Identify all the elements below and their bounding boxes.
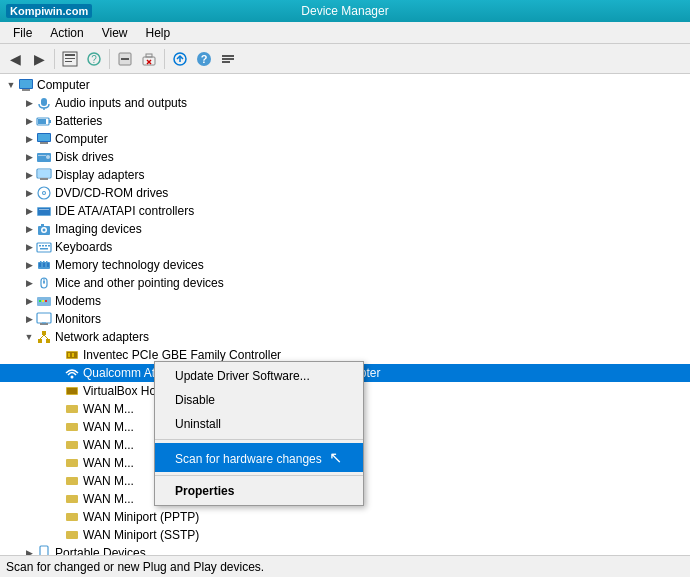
ctx-scan-hardware[interactable]: Scan for hardware changes ↖ <box>155 443 363 472</box>
expand-icon: ▶ <box>22 150 36 164</box>
window-title: Device Manager <box>301 4 388 18</box>
expand-icon <box>50 420 64 434</box>
expand-icon: ▶ <box>22 204 36 218</box>
item-label: WAN Miniport (SSTP) <box>83 528 199 542</box>
expand-icon: ▶ <box>22 168 36 182</box>
item-label: WAN Miniport (PPTP) <box>83 510 199 524</box>
list-item[interactable]: ▼ Network adapters <box>0 328 690 346</box>
list-item[interactable]: ▶ Computer <box>0 130 690 148</box>
list-item[interactable]: ▶ Disk drives <box>0 148 690 166</box>
properties-button[interactable] <box>59 48 81 70</box>
expand-icon: ▶ <box>22 258 36 272</box>
disable-button[interactable] <box>114 48 136 70</box>
item-label: WAN M... <box>83 438 134 452</box>
list-item[interactable]: ▶ Monitors <box>0 310 690 328</box>
svg-rect-29 <box>38 134 50 141</box>
svg-rect-41 <box>39 209 49 210</box>
nic-icon <box>64 347 80 363</box>
expand-icon <box>50 528 64 542</box>
list-item[interactable]: ▶ Keyboards <box>0 238 690 256</box>
expand-icon <box>50 510 64 524</box>
list-item[interactable]: ▶ Audio inputs and outputs <box>0 94 690 112</box>
svg-point-61 <box>43 281 45 283</box>
svg-point-44 <box>43 229 46 232</box>
svg-rect-34 <box>40 178 48 180</box>
list-item[interactable]: ▶ Batteries <box>0 112 690 130</box>
ctx-update-driver[interactable]: Update Driver Software... <box>155 364 363 388</box>
svg-point-63 <box>39 300 41 302</box>
ctx-properties[interactable]: Properties <box>155 479 363 503</box>
back-button[interactable]: ◀ <box>4 48 26 70</box>
item-label: IDE ATA/ATAPI controllers <box>55 204 194 218</box>
keyboard-icon <box>36 239 52 255</box>
expand-icon: ▶ <box>22 186 36 200</box>
svg-rect-81 <box>66 405 78 413</box>
svg-rect-26 <box>38 119 46 124</box>
svg-point-31 <box>46 155 50 159</box>
menu-action[interactable]: Action <box>41 23 92 43</box>
help-button[interactable]: ? <box>193 48 215 70</box>
list-item[interactable]: ▶ Portable Devices <box>0 544 690 555</box>
item-label: WAN M... <box>83 402 134 416</box>
svg-rect-71 <box>42 331 46 335</box>
tree-root[interactable]: ▼ Computer <box>0 76 690 94</box>
expand-icon: ▼ <box>22 330 36 344</box>
wan-icon <box>64 509 80 525</box>
list-item[interactable]: ▶ Memory technology devices <box>0 256 690 274</box>
menu-bar: File Action View Help <box>0 22 690 44</box>
update-driver-button[interactable]: ? <box>83 48 105 70</box>
svg-rect-17 <box>222 58 234 60</box>
svg-rect-18 <box>222 61 230 63</box>
extra-button[interactable] <box>217 48 239 70</box>
imaging-icon <box>36 221 52 237</box>
nic-icon <box>64 383 80 399</box>
list-item[interactable]: WAN Miniport (SSTP) <box>0 526 690 544</box>
svg-rect-66 <box>37 313 51 323</box>
list-item[interactable]: WAN Miniport (PPTP) <box>0 508 690 526</box>
expand-icon: ▶ <box>22 294 36 308</box>
list-item[interactable]: ▶ Modems <box>0 292 690 310</box>
list-item[interactable]: ▶ DVD/CD-ROM drives <box>0 184 690 202</box>
ctx-disable[interactable]: Disable <box>155 388 363 412</box>
item-label: WAN M... <box>83 456 134 470</box>
svg-rect-55 <box>46 261 48 263</box>
context-menu: Update Driver Software... Disable Uninst… <box>154 361 364 506</box>
item-label: DVD/CD-ROM drives <box>55 186 168 200</box>
modem-icon <box>36 293 52 309</box>
item-label: Batteries <box>55 114 102 128</box>
wan-icon <box>64 401 80 417</box>
ide-icon <box>36 203 52 219</box>
item-label: Portable Devices <box>55 546 146 555</box>
computer-icon <box>36 131 52 147</box>
item-label: Mice and other pointing devices <box>55 276 224 290</box>
item-label: Monitors <box>55 312 101 326</box>
expand-icon <box>50 474 64 488</box>
svg-rect-56 <box>39 263 41 267</box>
ctx-separator-1 <box>155 439 363 440</box>
list-item[interactable]: ▶ Imaging devices <box>0 220 690 238</box>
uninstall-button[interactable] <box>138 48 160 70</box>
menu-view[interactable]: View <box>93 23 137 43</box>
expand-icon <box>50 438 64 452</box>
list-item[interactable]: ▶ IDE ATA/ATAPI controllers <box>0 202 690 220</box>
list-item[interactable]: ▶ Mice and other pointing devices <box>0 274 690 292</box>
svg-rect-58 <box>47 263 49 267</box>
svg-rect-85 <box>66 477 78 485</box>
forward-button[interactable]: ▶ <box>28 48 50 70</box>
svg-rect-69 <box>38 339 42 343</box>
expand-icon <box>50 402 64 416</box>
memory-icon <box>36 257 52 273</box>
scan-changes-button[interactable] <box>169 48 191 70</box>
expand-icon <box>50 456 64 470</box>
item-label: Disk drives <box>55 150 114 164</box>
svg-rect-77 <box>72 353 74 357</box>
ctx-uninstall[interactable]: Uninstall <box>155 412 363 436</box>
menu-help[interactable]: Help <box>137 23 180 43</box>
svg-rect-57 <box>43 263 45 267</box>
item-label: WAN M... <box>83 420 134 434</box>
svg-rect-89 <box>40 546 48 555</box>
list-item[interactable]: ▶ Display adapters <box>0 166 690 184</box>
menu-file[interactable]: File <box>4 23 41 43</box>
svg-rect-53 <box>40 261 42 263</box>
wan-icon <box>64 491 80 507</box>
